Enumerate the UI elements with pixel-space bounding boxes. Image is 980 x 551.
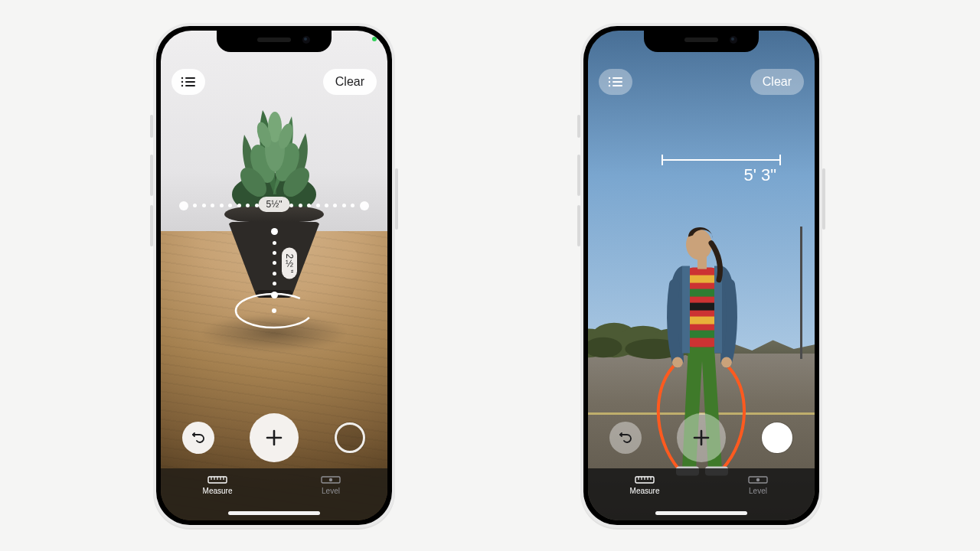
clear-button[interactable]: Clear (323, 69, 377, 95)
tab-measure-label: Measure (203, 487, 233, 495)
capture-button[interactable] (761, 422, 793, 454)
screen-right: 5' 3" Clear Me (588, 31, 815, 520)
measurement-width-badge[interactable]: 5½" (259, 197, 290, 212)
svg-point-50 (609, 85, 610, 86)
tab-level-label: Level (322, 487, 340, 495)
svg-point-11 (181, 77, 183, 79)
clear-button[interactable]: Clear (750, 69, 804, 95)
svg-point-15 (181, 85, 183, 86)
undo-button[interactable] (182, 422, 214, 454)
add-point-button[interactable] (250, 413, 299, 462)
level-icon (321, 474, 341, 485)
comparison-stage: 5½" 2½" Clear (0, 0, 980, 551)
svg-point-61 (756, 478, 760, 481)
home-indicator[interactable] (228, 511, 320, 515)
svg-point-48 (609, 81, 610, 83)
svg-rect-40 (685, 317, 719, 324)
level-icon (748, 474, 768, 485)
svg-point-46 (609, 77, 610, 79)
ruler-icon (207, 474, 227, 485)
svg-point-13 (181, 81, 183, 83)
svg-rect-41 (685, 331, 719, 338)
svg-rect-37 (685, 276, 719, 283)
screen-left: 5½" 2½" Clear (161, 31, 387, 520)
svg-rect-38 (685, 289, 719, 297)
capture-button[interactable] (334, 422, 366, 454)
svg-point-10 (272, 308, 276, 313)
add-point-button[interactable] (677, 413, 726, 462)
undo-button[interactable] (609, 422, 642, 454)
notch (644, 31, 759, 52)
measurements-list-button[interactable] (172, 69, 205, 95)
svg-rect-39 (685, 303, 719, 311)
measurement-height-badge[interactable]: 2½" (282, 248, 297, 279)
height-guide-line (662, 159, 781, 161)
home-indicator[interactable] (655, 511, 747, 515)
svg-point-43 (721, 357, 732, 368)
svg-point-42 (672, 357, 683, 368)
svg-point-26 (329, 478, 332, 481)
ruler-icon (635, 474, 655, 485)
camera-indicator-dot (372, 37, 377, 41)
tab-level-label: Level (749, 487, 767, 495)
iphone-device-right: 5' 3" Clear Me (580, 23, 822, 528)
tab-measure-label: Measure (630, 487, 660, 495)
iphone-device-left: 5½" 2½" Clear (153, 23, 395, 528)
notch (217, 31, 332, 52)
measurements-list-button[interactable] (599, 69, 632, 95)
person-height-label: 5' 3" (743, 165, 776, 185)
